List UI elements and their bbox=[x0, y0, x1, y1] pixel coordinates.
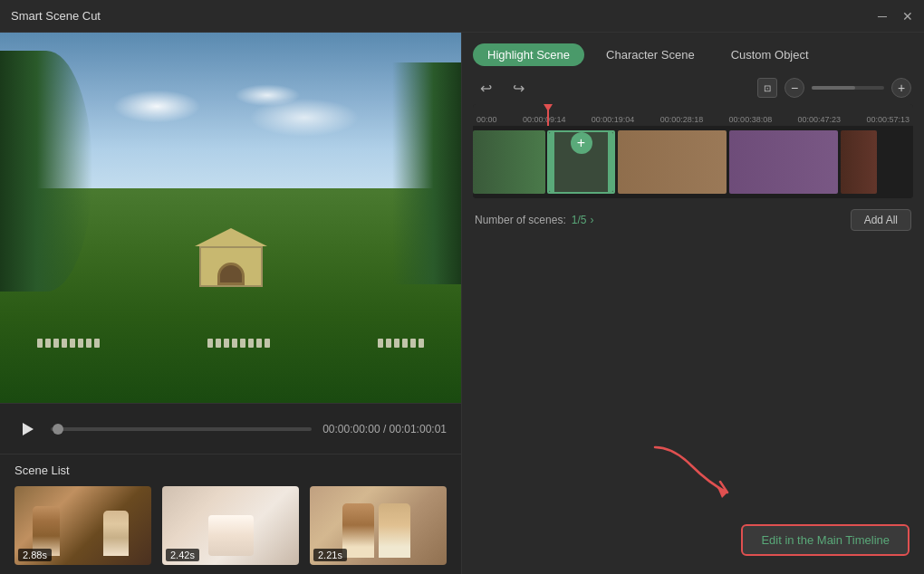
clip-left-handle[interactable] bbox=[549, 132, 554, 192]
timeline-clip-5[interactable] bbox=[841, 130, 877, 194]
ruler-time-0: 00:00 bbox=[476, 115, 497, 124]
bottom-actions: Edit in the Main Timeline bbox=[473, 234, 913, 563]
current-time: 00:00:00:00 bbox=[322, 423, 380, 435]
chair bbox=[402, 339, 408, 348]
trees-left bbox=[0, 51, 92, 292]
zoom-in-button[interactable]: + bbox=[891, 78, 911, 98]
ruler-time-1: 00:00:09:14 bbox=[523, 115, 566, 124]
toolbar-right: ⊡ − + bbox=[757, 78, 911, 98]
tab-character[interactable]: Character Scene bbox=[592, 43, 709, 66]
video-scene bbox=[0, 33, 461, 403]
minimize-button[interactable]: ─ bbox=[877, 11, 888, 22]
zoom-slider[interactable] bbox=[812, 86, 884, 90]
chair bbox=[37, 339, 43, 348]
total-time: 00:01:00:01 bbox=[390, 423, 447, 435]
chair-group-3 bbox=[378, 339, 424, 348]
ruler-times: 00:00 00:00:09:14 00:00:19:04 00:00:28:1… bbox=[473, 115, 913, 124]
chair bbox=[86, 339, 91, 348]
thumb-couple bbox=[342, 503, 415, 558]
chair bbox=[256, 339, 262, 348]
chair bbox=[232, 339, 237, 348]
chair bbox=[216, 339, 221, 348]
redo-icon: ↪ bbox=[513, 80, 525, 97]
progress-bar[interactable] bbox=[51, 427, 312, 431]
timeline-toolbar: ↩ ↪ ⊡ − + bbox=[473, 77, 913, 99]
video-preview bbox=[0, 33, 461, 403]
fit-icon: ⊡ bbox=[764, 83, 771, 93]
chairs-row bbox=[37, 273, 425, 348]
timeline-clips: + bbox=[473, 130, 913, 194]
play-icon bbox=[23, 423, 34, 435]
trees-right bbox=[392, 62, 461, 284]
tab-highlight[interactable]: Highlight Scene bbox=[473, 43, 584, 66]
ruler-time-4: 00:00:38:08 bbox=[729, 115, 773, 124]
title-bar-left: Smart Scene Cut bbox=[11, 9, 101, 23]
main-content: 00:00:00:00 / 00:01:00:01 Scene List 2.8… bbox=[0, 33, 924, 574]
couple-figure-2 bbox=[379, 503, 410, 558]
redo-button[interactable]: ↪ bbox=[507, 77, 529, 99]
ruler-time-3: 00:00:28:18 bbox=[660, 115, 704, 124]
ruler-time-2: 00:00:19:04 bbox=[592, 115, 635, 124]
scene-thumbnails: 2.88s 2.42s 2.21s bbox=[14, 486, 447, 565]
scene-count-group: Number of scenes: 1/5 › bbox=[475, 214, 593, 226]
chair bbox=[419, 339, 424, 348]
clouds-bg bbox=[46, 51, 415, 162]
scene-list-section: Scene List 2.88s 2.42s bbox=[0, 454, 461, 574]
scene-thumbnail-1[interactable]: 2.88s bbox=[14, 486, 151, 565]
scene-duration-3: 2.21s bbox=[313, 549, 347, 561]
time-display: 00:00:00:00 / 00:01:00:01 bbox=[322, 423, 447, 435]
chair bbox=[207, 339, 213, 348]
edit-main-timeline-button[interactable]: Edit in the Main Timeline bbox=[741, 524, 910, 556]
title-bar-controls: ─ ✕ bbox=[877, 11, 913, 22]
clip-selected-indicator: + bbox=[571, 132, 592, 154]
chair bbox=[378, 339, 383, 348]
scene-thumbnail-2[interactable]: 2.42s bbox=[162, 486, 299, 565]
clip-right-handle[interactable] bbox=[608, 132, 613, 192]
playback-controls: 00:00:00:00 / 00:01:00:01 bbox=[0, 403, 461, 454]
chair bbox=[248, 339, 254, 348]
chair bbox=[224, 339, 229, 348]
scene-duration-2: 2.42s bbox=[166, 549, 199, 561]
undo-icon: ↩ bbox=[480, 80, 492, 97]
toolbar-left: ↩ ↪ bbox=[475, 77, 529, 99]
timeline-playhead[interactable] bbox=[547, 104, 549, 126]
chair bbox=[265, 339, 270, 348]
timeline-container: 00:00 00:00:09:14 00:00:19:04 00:00:28:1… bbox=[473, 104, 913, 198]
timeline-clip-1[interactable] bbox=[473, 130, 545, 194]
scene-count-chevron: › bbox=[590, 214, 593, 226]
timeline-track: + bbox=[473, 126, 913, 198]
chair-group-1 bbox=[37, 339, 100, 348]
scene-count-nav[interactable]: 1/5 › bbox=[572, 214, 594, 226]
scene-thumbnail-3[interactable]: 2.21s bbox=[310, 486, 447, 565]
time-separator: / bbox=[383, 423, 386, 435]
zoom-out-icon: − bbox=[791, 81, 798, 94]
right-panel: Highlight Scene Character Scene Custom O… bbox=[462, 33, 924, 574]
fit-button[interactable]: ⊡ bbox=[757, 78, 777, 98]
app-title: Smart Scene Cut bbox=[11, 9, 101, 23]
close-button[interactable]: ✕ bbox=[902, 11, 913, 22]
timeline-clip-3[interactable] bbox=[618, 130, 727, 194]
thumb-figure-2 bbox=[103, 511, 129, 556]
chair bbox=[45, 339, 51, 348]
arrow-indicator bbox=[646, 438, 764, 520]
scene-list-title: Scene List bbox=[14, 464, 447, 477]
playhead-triangle bbox=[544, 104, 553, 111]
chair bbox=[78, 339, 83, 348]
chair bbox=[410, 339, 416, 348]
timeline-ruler: 00:00 00:00:09:14 00:00:19:04 00:00:28:1… bbox=[473, 104, 913, 126]
tab-custom[interactable]: Custom Object bbox=[717, 43, 823, 66]
zoom-slider-thumb bbox=[812, 86, 855, 90]
play-button[interactable] bbox=[14, 416, 40, 442]
chair bbox=[386, 339, 391, 348]
undo-button[interactable]: ↩ bbox=[475, 77, 496, 99]
ruler-time-5: 00:00:47:23 bbox=[798, 115, 842, 124]
chair bbox=[62, 339, 67, 348]
timeline-clip-2-selected[interactable]: + bbox=[547, 130, 615, 194]
scene-count-value: 1/5 bbox=[572, 214, 587, 226]
zoom-out-button[interactable]: − bbox=[784, 78, 804, 98]
tabs: Highlight Scene Character Scene Custom O… bbox=[473, 43, 913, 66]
left-panel: 00:00:00:00 / 00:01:00:01 Scene List 2.8… bbox=[0, 33, 462, 574]
timeline-clip-4[interactable] bbox=[729, 130, 838, 194]
add-all-button[interactable]: Add All bbox=[851, 209, 911, 231]
chair bbox=[70, 339, 75, 348]
